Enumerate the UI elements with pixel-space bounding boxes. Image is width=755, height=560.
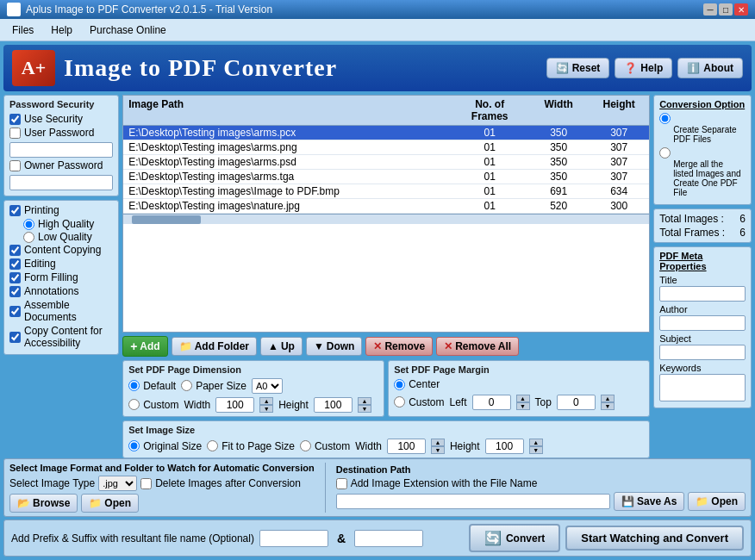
open-watch-button[interactable]: 📁 Open [81,494,139,513]
convert-row: Add Prefix & Suffix with resultant file … [3,520,752,557]
dimension-height-input[interactable] [314,397,353,413]
printing-checkbox[interactable] [9,205,21,216]
center-radio[interactable] [394,379,405,390]
meta-keywords-input[interactable] [659,374,746,401]
horizontal-scrollbar[interactable] [123,214,649,224]
width-down-btn[interactable]: ▼ [259,405,273,413]
margin-top-input[interactable] [557,395,596,410]
meta-subject-input[interactable] [659,345,746,360]
left-down-btn[interactable]: ▼ [516,402,530,410]
browse-button[interactable]: 📂 Browse [9,494,78,513]
user-password-input[interactable] [9,142,113,158]
prefix-label: Add Prefix & Suffix with resultant file … [11,532,254,544]
custom-size-radio[interactable] [300,440,311,451]
image-type-select[interactable]: .jpg [98,476,137,491]
paper-size-radio[interactable] [181,380,192,391]
user-password-label: User Password [24,127,94,139]
table-row[interactable]: E:\Desktop\Testing images\arms.pcx 01 35… [123,126,649,140]
height-cell: 307 [589,126,649,140]
up-button[interactable]: ▲ Up [260,337,303,356]
img-width-label: Width [355,440,382,452]
content-copying-checkbox[interactable] [9,245,21,256]
meta-title-input[interactable] [659,286,746,302]
remove-button[interactable]: ✕ Remove [365,337,433,356]
table-row[interactable]: E:\Desktop\Testing images\Image to PDF.b… [123,184,649,199]
frames-cell: 01 [451,199,528,213]
img-height-down[interactable]: ▼ [529,446,543,454]
start-watching-button[interactable]: Start Watching and Convert [565,526,744,551]
top-up-btn[interactable]: ▲ [601,395,615,402]
menu-help[interactable]: Help [42,22,81,38]
original-size-radio[interactable] [128,440,140,451]
convert-icon: 🔄 [484,530,502,546]
img-height-input[interactable] [485,439,524,454]
delete-after-checkbox[interactable] [140,478,152,489]
dimension-width-input[interactable] [215,397,254,413]
add-extension-label: Add Image Extension with the File Name [351,477,538,489]
copy-content-checkbox[interactable] [9,332,21,343]
maximize-button[interactable]: □ [719,3,733,16]
default-radio[interactable] [128,380,140,391]
open-dest-button[interactable]: 📁 Open [688,492,746,511]
use-security-checkbox[interactable] [9,114,21,125]
watch-title: Select Image Format and Folder to Watch … [9,463,315,473]
help-button[interactable]: ❓ Help [615,58,672,78]
img-width-up[interactable]: ▲ [431,439,445,446]
add-folder-button[interactable]: 📁 Add Folder [172,337,257,356]
width-up-btn[interactable]: ▲ [259,397,273,405]
help-icon: ❓ [624,62,637,74]
owner-password-checkbox[interactable] [9,160,21,171]
annotations-checkbox[interactable] [9,286,21,297]
paper-size-label: Paper Size [196,380,246,392]
separate-radio[interactable] [659,113,671,124]
add-extension-checkbox[interactable] [336,478,347,489]
table-row[interactable]: E:\Desktop\Testing images\arms.png 01 35… [123,140,649,155]
paper-size-select[interactable]: A0 [252,378,283,394]
img-width-down[interactable]: ▼ [431,446,445,454]
custom-dim-radio[interactable] [128,399,140,410]
table-row[interactable]: E:\Desktop\Testing images\arms.tga 01 35… [123,170,649,184]
down-button[interactable]: ▼ Down [306,337,363,356]
meta-author-input[interactable] [659,315,746,331]
destination-path-input[interactable] [336,494,610,509]
left-up-btn[interactable]: ▲ [516,395,530,402]
form-filling-checkbox[interactable] [9,272,21,283]
header: A+ Image to PDF Converter 🔄 Reset ❓ Help… [3,45,752,91]
top-down-btn[interactable]: ▼ [601,402,615,410]
save-as-button[interactable]: 💾 Save As [614,492,684,511]
merge-radio[interactable] [659,147,671,159]
img-height-up[interactable]: ▲ [529,439,543,446]
add-button[interactable]: + Add [122,336,168,357]
col-width: Width [528,97,589,123]
margin-left-input[interactable] [472,395,511,410]
assemble-checkbox[interactable] [9,306,21,317]
prefix-input[interactable] [259,530,328,547]
convert-button[interactable]: 🔄 Convert [469,524,560,552]
remove-all-button[interactable]: ✕ Remove All [436,337,519,356]
fit-to-page-radio[interactable] [207,440,218,451]
menu-files[interactable]: Files [3,22,42,38]
watch-buttons: 📂 Browse 📁 Open [9,494,315,513]
height-up-btn[interactable]: ▲ [358,397,371,405]
high-quality-radio[interactable] [23,219,34,230]
table-row[interactable]: E:\Desktop\Testing images\nature.jpg 01 … [123,199,649,214]
suffix-input[interactable] [354,530,423,547]
assemble-row: Assemble Documents [9,299,113,323]
low-quality-radio[interactable] [23,232,34,243]
user-password-checkbox[interactable] [9,128,21,139]
img-width-input[interactable] [387,439,426,454]
table-row[interactable]: E:\Desktop\Testing images\arms.psd 01 35… [123,155,649,170]
minimize-button[interactable]: ─ [703,3,717,16]
delete-label: Delete Images after Conversion [155,477,301,489]
ampersand: & [334,532,349,545]
height-label: Height [278,399,309,411]
reset-button[interactable]: 🔄 Reset [546,58,610,78]
menu-purchase-online[interactable]: Purchase Online [81,22,175,38]
close-button[interactable]: ✕ [734,3,748,16]
scroll-thumb [132,215,201,224]
editing-checkbox[interactable] [9,258,21,270]
custom-margin-radio[interactable] [394,396,405,408]
about-button[interactable]: ℹ️ About [677,58,743,78]
height-down-btn[interactable]: ▼ [358,405,371,413]
owner-password-input[interactable] [9,175,113,190]
